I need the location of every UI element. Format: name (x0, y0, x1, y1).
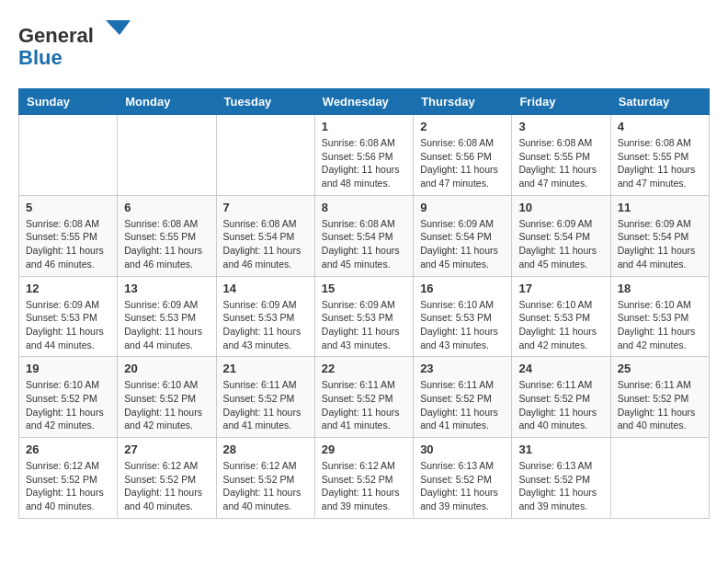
day-info: Sunrise: 6:11 AM Sunset: 5:52 PM Dayligh… (618, 378, 702, 432)
weekday-header-wednesday: Wednesday (314, 89, 413, 115)
day-number: 5 (26, 201, 110, 214)
calendar-day-cell: 24Sunrise: 6:11 AM Sunset: 5:52 PM Dayli… (512, 357, 610, 438)
day-info: Sunrise: 6:11 AM Sunset: 5:52 PM Dayligh… (420, 378, 505, 432)
calendar-week-row: 26Sunrise: 6:12 AM Sunset: 5:52 PM Dayli… (19, 438, 710, 519)
day-info: Sunrise: 6:09 AM Sunset: 5:53 PM Dayligh… (322, 298, 406, 352)
day-number: 27 (124, 442, 209, 456)
calendar-day-cell: 1Sunrise: 6:08 AM Sunset: 5:56 PM Daylig… (314, 115, 413, 196)
calendar-day-cell: 25Sunrise: 6:11 AM Sunset: 5:52 PM Dayli… (610, 357, 709, 438)
svg-text:General: General (18, 24, 94, 47)
calendar-day-cell: 14Sunrise: 6:09 AM Sunset: 5:53 PM Dayli… (216, 276, 314, 357)
day-number: 20 (124, 362, 209, 375)
calendar-day-cell: 12Sunrise: 6:09 AM Sunset: 5:53 PM Dayli… (19, 276, 118, 357)
calendar-week-row: 5Sunrise: 6:08 AM Sunset: 5:55 PM Daylig… (19, 195, 710, 276)
day-number: 24 (518, 362, 603, 375)
day-number: 13 (124, 282, 209, 295)
day-number: 6 (124, 201, 209, 214)
day-number: 23 (420, 362, 505, 375)
calendar-day-cell: 31Sunrise: 6:13 AM Sunset: 5:52 PM Dayli… (512, 438, 610, 519)
day-number: 8 (322, 201, 406, 214)
day-number: 22 (322, 362, 406, 375)
calendar-week-row: 19Sunrise: 6:10 AM Sunset: 5:52 PM Dayli… (19, 357, 710, 438)
day-number: 12 (26, 282, 110, 295)
calendar-week-row: 1Sunrise: 6:08 AM Sunset: 5:56 PM Daylig… (19, 115, 710, 196)
calendar-day-cell: 15Sunrise: 6:09 AM Sunset: 5:53 PM Dayli… (314, 276, 413, 357)
day-info: Sunrise: 6:12 AM Sunset: 5:52 PM Dayligh… (124, 459, 209, 513)
day-info: Sunrise: 6:09 AM Sunset: 5:53 PM Dayligh… (124, 298, 209, 352)
day-info: Sunrise: 6:08 AM Sunset: 5:55 PM Dayligh… (618, 136, 702, 190)
day-info: Sunrise: 6:08 AM Sunset: 5:55 PM Dayligh… (124, 217, 209, 271)
day-number: 18 (618, 282, 702, 295)
day-info: Sunrise: 6:11 AM Sunset: 5:52 PM Dayligh… (518, 378, 603, 432)
weekday-header-saturday: Saturday (610, 89, 709, 115)
day-number: 10 (518, 201, 603, 214)
svg-text:Blue: Blue (18, 46, 63, 69)
day-number: 21 (223, 362, 308, 375)
day-info: Sunrise: 6:09 AM Sunset: 5:54 PM Dayligh… (618, 217, 702, 271)
calendar-day-cell: 8Sunrise: 6:08 AM Sunset: 5:54 PM Daylig… (314, 195, 413, 276)
calendar-day-cell (610, 438, 709, 519)
day-number: 29 (322, 442, 406, 456)
calendar-week-row: 12Sunrise: 6:09 AM Sunset: 5:53 PM Dayli… (19, 276, 710, 357)
logo-svg: GeneralBlue (18, 18, 138, 74)
weekday-header-sunday: Sunday (19, 89, 118, 115)
day-number: 9 (420, 201, 505, 214)
calendar-day-cell: 18Sunrise: 6:10 AM Sunset: 5:53 PM Dayli… (610, 276, 709, 357)
calendar-day-cell (216, 115, 314, 196)
calendar-table: SundayMondayTuesdayWednesdayThursdayFrid… (18, 88, 710, 519)
day-info: Sunrise: 6:08 AM Sunset: 5:54 PM Dayligh… (322, 217, 406, 271)
day-number: 14 (223, 282, 308, 295)
day-info: Sunrise: 6:10 AM Sunset: 5:52 PM Dayligh… (124, 378, 209, 432)
day-info: Sunrise: 6:10 AM Sunset: 5:52 PM Dayligh… (26, 378, 110, 432)
day-number: 1 (322, 120, 406, 133)
calendar-day-cell: 11Sunrise: 6:09 AM Sunset: 5:54 PM Dayli… (610, 195, 709, 276)
day-info: Sunrise: 6:12 AM Sunset: 5:52 PM Dayligh… (223, 459, 308, 513)
calendar-day-cell: 7Sunrise: 6:08 AM Sunset: 5:54 PM Daylig… (216, 195, 314, 276)
calendar-day-cell: 4Sunrise: 6:08 AM Sunset: 5:55 PM Daylig… (610, 115, 709, 196)
day-info: Sunrise: 6:08 AM Sunset: 5:55 PM Dayligh… (518, 136, 603, 190)
day-info: Sunrise: 6:13 AM Sunset: 5:52 PM Dayligh… (420, 459, 505, 513)
day-info: Sunrise: 6:11 AM Sunset: 5:52 PM Dayligh… (322, 378, 406, 432)
calendar-day-cell: 5Sunrise: 6:08 AM Sunset: 5:55 PM Daylig… (19, 195, 118, 276)
calendar-day-cell: 20Sunrise: 6:10 AM Sunset: 5:52 PM Dayli… (118, 357, 216, 438)
day-info: Sunrise: 6:10 AM Sunset: 5:53 PM Dayligh… (518, 298, 603, 352)
weekday-header-thursday: Thursday (414, 89, 512, 115)
day-info: Sunrise: 6:08 AM Sunset: 5:55 PM Dayligh… (26, 217, 110, 271)
calendar-day-cell: 6Sunrise: 6:08 AM Sunset: 5:55 PM Daylig… (118, 195, 216, 276)
weekday-header-tuesday: Tuesday (216, 89, 314, 115)
calendar-day-cell: 17Sunrise: 6:10 AM Sunset: 5:53 PM Dayli… (512, 276, 610, 357)
day-info: Sunrise: 6:09 AM Sunset: 5:54 PM Dayligh… (518, 217, 603, 271)
calendar-day-cell: 27Sunrise: 6:12 AM Sunset: 5:52 PM Dayli… (118, 438, 216, 519)
day-info: Sunrise: 6:12 AM Sunset: 5:52 PM Dayligh… (322, 459, 406, 513)
day-info: Sunrise: 6:08 AM Sunset: 5:56 PM Dayligh… (322, 136, 406, 190)
calendar-day-cell: 10Sunrise: 6:09 AM Sunset: 5:54 PM Dayli… (512, 195, 610, 276)
day-number: 26 (26, 442, 110, 456)
calendar-day-cell: 30Sunrise: 6:13 AM Sunset: 5:52 PM Dayli… (414, 438, 512, 519)
weekday-header-friday: Friday (512, 89, 610, 115)
day-number: 19 (26, 362, 110, 375)
weekday-header-monday: Monday (118, 89, 216, 115)
calendar-day-cell: 16Sunrise: 6:10 AM Sunset: 5:53 PM Dayli… (414, 276, 512, 357)
calendar-day-cell: 26Sunrise: 6:12 AM Sunset: 5:52 PM Dayli… (19, 438, 118, 519)
day-info: Sunrise: 6:11 AM Sunset: 5:52 PM Dayligh… (223, 378, 308, 432)
calendar-day-cell (19, 115, 118, 196)
day-info: Sunrise: 6:09 AM Sunset: 5:54 PM Dayligh… (420, 217, 505, 271)
day-number: 7 (223, 201, 308, 214)
page-header: GeneralBlue (18, 18, 710, 74)
logo: GeneralBlue (18, 18, 138, 74)
calendar-day-cell: 2Sunrise: 6:08 AM Sunset: 5:56 PM Daylig… (414, 115, 512, 196)
day-info: Sunrise: 6:10 AM Sunset: 5:53 PM Dayligh… (420, 298, 505, 352)
day-number: 25 (618, 362, 702, 375)
calendar-day-cell: 23Sunrise: 6:11 AM Sunset: 5:52 PM Dayli… (414, 357, 512, 438)
calendar-day-cell: 9Sunrise: 6:09 AM Sunset: 5:54 PM Daylig… (414, 195, 512, 276)
calendar-day-cell: 28Sunrise: 6:12 AM Sunset: 5:52 PM Dayli… (216, 438, 314, 519)
day-number: 4 (618, 120, 702, 133)
day-number: 3 (518, 120, 603, 133)
calendar-day-cell (118, 115, 216, 196)
day-info: Sunrise: 6:08 AM Sunset: 5:54 PM Dayligh… (223, 217, 308, 271)
day-number: 15 (322, 282, 406, 295)
weekday-header-row: SundayMondayTuesdayWednesdayThursdayFrid… (19, 89, 710, 115)
day-number: 30 (420, 442, 505, 456)
day-number: 11 (618, 201, 702, 214)
day-number: 16 (420, 282, 505, 295)
